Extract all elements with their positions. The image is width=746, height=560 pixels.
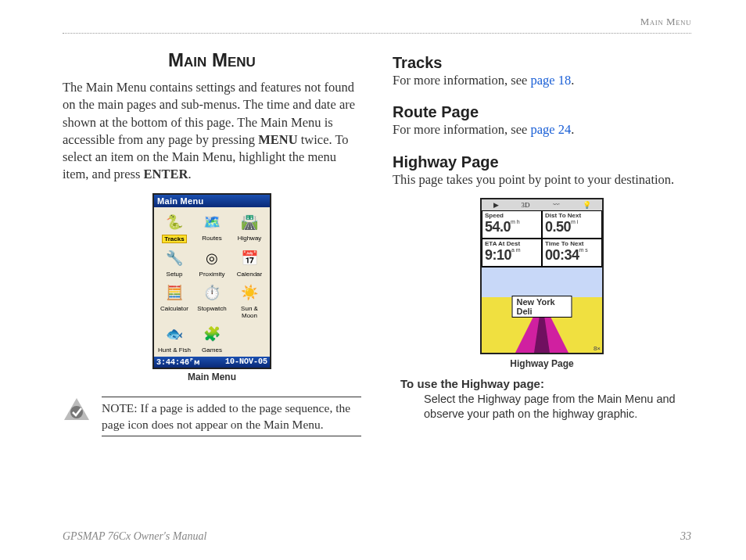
highway-caption: Highway Page bbox=[393, 358, 691, 369]
field-unit: a m bbox=[511, 247, 521, 253]
intro-menu-key: MENU bbox=[258, 132, 297, 147]
header-rule bbox=[63, 33, 691, 34]
instruction-body: Select the Highway page from the Main Me… bbox=[424, 392, 691, 422]
tracks-para: For more information, see page 18. bbox=[393, 72, 691, 89]
field-value: 00:34 bbox=[545, 247, 579, 263]
menu-item-proximity: ◎Proximity bbox=[195, 246, 229, 278]
destination-sign: New York Deli bbox=[512, 296, 572, 318]
menu-item-routes: 🗺️Routes bbox=[195, 210, 229, 243]
highway-heading: Highway Page bbox=[393, 153, 691, 171]
route-para: For more information, see page 24. bbox=[393, 121, 691, 138]
route-heading: Route Page bbox=[393, 103, 691, 121]
note-icon bbox=[63, 397, 91, 425]
menu-label: Sun & Moon bbox=[241, 305, 258, 319]
route-pre: For more information, see bbox=[393, 122, 530, 137]
menu-label: Hunt & Fish bbox=[158, 346, 191, 354]
battery-icon: ▶ bbox=[493, 201, 499, 209]
field-unit: m s bbox=[579, 247, 588, 253]
intro-paragraph: The Main Menu contains settings and feat… bbox=[63, 79, 361, 184]
menu-item-tracks: 🐍Tracks bbox=[157, 210, 192, 243]
menu-label: Routes bbox=[202, 235, 221, 242]
intro-text-3: . bbox=[188, 167, 191, 181]
page-footer: GPSMAP 76Cx Owner's Manual 33 bbox=[63, 530, 691, 543]
menu-item-highway: 🛣️Highway bbox=[232, 210, 267, 243]
note-block: NOTE: If a page is added to the page seq… bbox=[63, 397, 361, 437]
highway-screenshot: ▶ 3D 〰 💡 Speed 54.0m h Dist To Next 0.50… bbox=[393, 198, 691, 369]
status-time: 3:44:46ᴾᴍ bbox=[156, 357, 200, 367]
menu-item-calculator: 🧮Calculator bbox=[157, 281, 192, 319]
field-value: 9:10 bbox=[485, 247, 511, 263]
menu-item-calendar: 📅Calendar bbox=[232, 246, 267, 278]
status-date: 10-NOV-05 bbox=[225, 357, 267, 367]
field-label: ETA At Dest bbox=[485, 240, 539, 247]
field-dist-next: Dist To Next 0.50m i bbox=[542, 210, 602, 239]
highway-icon: 🛣️ bbox=[236, 210, 263, 234]
device-main-menu: Main Menu 🐍Tracks 🗺️Routes 🛣️Highway 🔧Se… bbox=[152, 193, 271, 369]
left-column: Main Menu The Main Menu contains setting… bbox=[63, 49, 361, 436]
menu-item-hunt-fish: 🐟Hunt & Fish bbox=[157, 322, 192, 354]
tracks-pre: For more information, see bbox=[393, 73, 530, 88]
hunt-fish-icon: 🐟 bbox=[161, 322, 188, 346]
calculator-icon: 🧮 bbox=[161, 281, 188, 304]
field-unit: m h bbox=[511, 219, 520, 224]
right-column: Tracks For more information, see page 18… bbox=[393, 49, 691, 436]
field-label: Dist To Next bbox=[545, 212, 599, 219]
field-speed: Speed 54.0m h bbox=[482, 210, 542, 239]
field-label: Speed bbox=[485, 212, 539, 219]
svg-point-1 bbox=[70, 406, 83, 418]
field-label: Time To Next bbox=[545, 240, 599, 247]
section-header: Main Menu bbox=[63, 16, 691, 28]
stopwatch-icon: ⏱️ bbox=[199, 281, 225, 304]
note-text: NOTE: If a page is added to the page seq… bbox=[102, 397, 361, 437]
device-status-bar: 3:44:46ᴾᴍ 10-NOV-05 bbox=[154, 357, 270, 368]
zoom-level: 8× bbox=[594, 345, 601, 352]
field-eta: ETA At Dest 9:10a m bbox=[482, 239, 542, 267]
menu-item-games: 🧩Games bbox=[195, 322, 229, 354]
menu-label: Highway bbox=[238, 235, 262, 242]
menu-label: Setup bbox=[167, 271, 183, 278]
menu-item-stopwatch: ⏱️Stopwatch bbox=[195, 281, 229, 319]
routes-icon: 🗺️ bbox=[199, 210, 225, 234]
field-unit: m i bbox=[571, 219, 578, 224]
field-time-next: Time To Next 00:34m s bbox=[542, 239, 602, 267]
footer-page-number: 33 bbox=[680, 530, 691, 543]
content-columns: Main Menu The Main Menu contains setting… bbox=[63, 49, 691, 436]
tracks-icon: 🐍 bbox=[161, 210, 188, 234]
menu-item-sun-moon: ☀️Sun & Moon bbox=[232, 281, 267, 319]
device-titlebar: Main Menu bbox=[154, 195, 270, 207]
calendar-icon: 📅 bbox=[236, 246, 263, 270]
tracks-link[interactable]: page 18 bbox=[530, 73, 571, 88]
instruction-heading: To use the Highway page: bbox=[400, 377, 691, 390]
satellite-icon: 〰 bbox=[553, 201, 560, 209]
highway-graphic: New York Deli 8× bbox=[482, 267, 602, 353]
intro-enter-key: ENTER bbox=[144, 167, 188, 181]
games-icon: 🧩 bbox=[199, 322, 225, 346]
mode-icon: 3D bbox=[522, 201, 530, 209]
menu-label: Proximity bbox=[199, 271, 225, 278]
footer-manual-title: GPSMAP 76Cx Owner's Manual bbox=[63, 530, 206, 543]
menu-item-setup: 🔧Setup bbox=[157, 246, 192, 278]
page-title: Main Menu bbox=[63, 49, 361, 71]
menu-label: Stopwatch bbox=[197, 305, 226, 312]
note-body: If a page is added to the page sequence,… bbox=[102, 401, 350, 431]
main-menu-grid: 🐍Tracks 🗺️Routes 🛣️Highway 🔧Setup ◎Proxi… bbox=[154, 207, 270, 357]
sky-band bbox=[482, 267, 602, 297]
field-value: 54.0 bbox=[485, 219, 511, 235]
main-menu-screenshot: Main Menu 🐍Tracks 🗺️Routes 🛣️Highway 🔧Se… bbox=[63, 193, 361, 382]
tracks-heading: Tracks bbox=[393, 54, 691, 72]
highway-para: This page takes you point by point to yo… bbox=[393, 171, 691, 188]
menu-label: Calculator bbox=[160, 305, 188, 312]
proximity-icon: ◎ bbox=[199, 246, 225, 270]
route-link[interactable]: page 24 bbox=[530, 122, 571, 137]
device-highway-page: ▶ 3D 〰 💡 Speed 54.0m h Dist To Next 0.50… bbox=[480, 198, 604, 354]
menu-label: Calendar bbox=[237, 271, 262, 278]
note-label: NOTE: bbox=[102, 401, 138, 415]
sun-moon-icon: ☀️ bbox=[236, 281, 263, 304]
hw-data-fields: Speed 54.0m h Dist To Next 0.50m i ETA A… bbox=[482, 210, 602, 267]
hw-top-icons: ▶ 3D 〰 💡 bbox=[482, 199, 602, 210]
menu-label: Tracks bbox=[162, 235, 186, 243]
field-value: 0.50 bbox=[545, 219, 571, 235]
menu-label: Games bbox=[202, 346, 222, 354]
light-icon: 💡 bbox=[583, 201, 591, 209]
main-menu-caption: Main Menu bbox=[63, 372, 361, 382]
